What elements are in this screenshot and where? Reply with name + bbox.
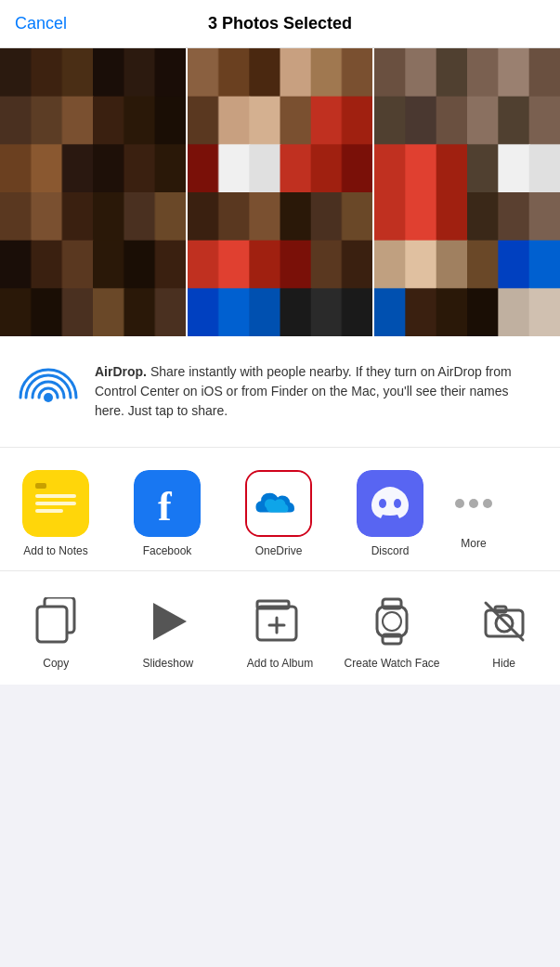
hide-label: Hide	[492, 657, 515, 672]
watch-face-icon	[364, 594, 420, 649]
apps-row: Add to Notes f Facebook OneDrive	[0, 448, 560, 571]
notes-app-label: Add to Notes	[23, 544, 87, 557]
photo-1	[0, 48, 188, 336]
add-album-label: Add to Album	[247, 657, 313, 672]
create-watch-face-label: Create Watch Face	[345, 657, 440, 672]
facebook-app-icon: f	[134, 470, 201, 537]
airdrop-icon	[19, 362, 78, 422]
notes-app-icon	[22, 470, 89, 537]
onedrive-app-label: OneDrive	[255, 544, 303, 557]
facebook-app-label: Facebook	[143, 544, 192, 557]
svg-rect-21	[383, 599, 401, 608]
svg-point-23	[383, 612, 401, 631]
svg-rect-4	[35, 509, 63, 513]
app-item-facebook[interactable]: f Facebook	[111, 466, 223, 561]
svg-point-0	[44, 393, 53, 402]
airdrop-section: AirDrop. Share instantly with people nea…	[0, 336, 560, 448]
action-item-slideshow[interactable]: Slideshow	[112, 590, 225, 675]
page-title: 3 Photos Selected	[208, 14, 352, 33]
photo-3	[374, 48, 560, 336]
actions-row: Copy Slideshow Add to Album	[0, 571, 560, 685]
action-item-add-album[interactable]: Add to Album	[224, 590, 336, 675]
app-item-notes[interactable]: Add to Notes	[0, 466, 111, 561]
discord-app-label: Discord	[371, 544, 410, 557]
copy-icon	[28, 594, 84, 649]
svg-marker-15	[153, 603, 187, 640]
app-item-onedrive[interactable]: OneDrive	[223, 466, 334, 561]
hide-icon	[476, 594, 532, 649]
svg-point-11	[379, 499, 386, 508]
action-item-copy[interactable]: Copy	[0, 590, 112, 675]
photo-2	[188, 48, 375, 336]
svg-rect-17	[257, 601, 289, 608]
svg-line-27	[486, 603, 523, 640]
discord-app-icon	[357, 470, 423, 537]
svg-rect-3	[35, 502, 76, 505]
airdrop-description: AirDrop. Share instantly with people nea…	[95, 362, 541, 421]
airdrop-title: AirDrop.	[95, 364, 147, 379]
svg-rect-14	[37, 607, 67, 642]
svg-rect-20	[377, 607, 407, 636]
more-label: More	[461, 537, 486, 550]
slideshow-label: Slideshow	[143, 657, 194, 672]
photo-strip	[0, 48, 560, 336]
svg-rect-22	[383, 634, 401, 644]
action-item-create-watch-face[interactable]: Create Watch Face	[336, 590, 449, 675]
action-item-hide[interactable]: Hide	[448, 590, 560, 675]
copy-label: Copy	[43, 657, 69, 672]
svg-point-12	[394, 499, 401, 508]
app-item-discord[interactable]: Discord	[334, 466, 446, 561]
onedrive-app-icon	[245, 470, 312, 537]
add-album-icon	[252, 594, 307, 649]
app-item-more[interactable]: More	[446, 466, 501, 554]
cancel-button[interactable]: Cancel	[15, 14, 67, 33]
svg-rect-2	[35, 494, 76, 498]
svg-rect-5	[35, 483, 46, 489]
header: Cancel 3 Photos Selected	[0, 0, 560, 48]
slideshow-icon	[140, 594, 196, 649]
svg-text:f: f	[158, 484, 173, 529]
more-icon	[440, 470, 507, 537]
